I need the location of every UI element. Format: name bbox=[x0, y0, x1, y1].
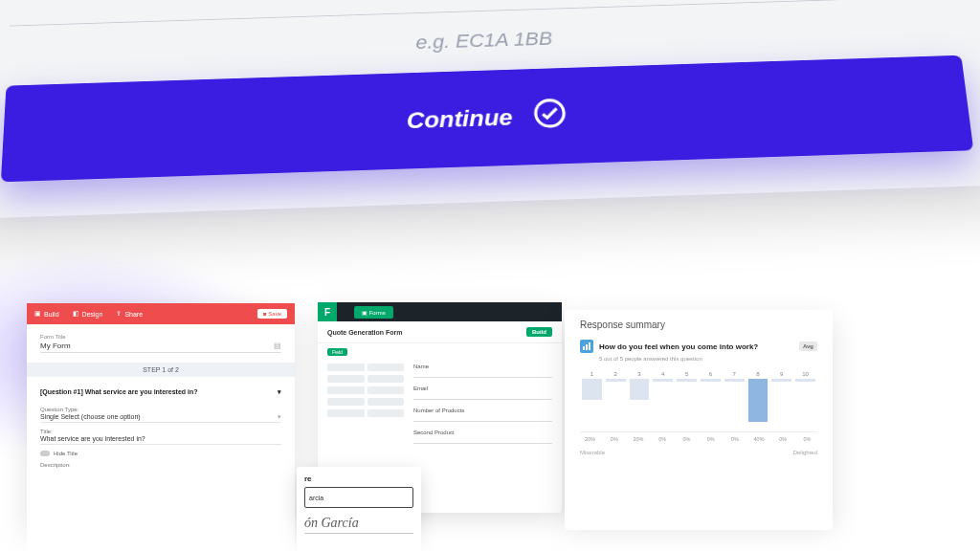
description-label: Description: bbox=[40, 462, 281, 468]
signature-label: re bbox=[304, 474, 413, 483]
tab-design[interactable]: ◧ Design bbox=[73, 310, 103, 318]
qtype-label: Question Type: bbox=[40, 407, 281, 412]
palette-item[interactable] bbox=[327, 409, 365, 417]
palette-item[interactable] bbox=[368, 375, 405, 383]
product-count-input[interactable] bbox=[413, 414, 552, 422]
postcode-form-card: What is your post code? * e.g. EC1A 1BB … bbox=[0, 0, 980, 219]
palette-item[interactable] bbox=[368, 364, 405, 371]
edit-icon[interactable]: ▤ bbox=[274, 342, 281, 350]
avg-badge: Avg bbox=[799, 342, 817, 351]
bar-col: 7 bbox=[724, 371, 745, 431]
build-button[interactable]: Build bbox=[526, 327, 552, 337]
svg-rect-1 bbox=[583, 346, 585, 350]
toggle-icon bbox=[40, 451, 50, 456]
title-label: Title: bbox=[40, 429, 281, 434]
save-button[interactable]: ■ Save bbox=[257, 309, 287, 319]
builder-topbar: ▣ Build ◧ Design ⇪ Share ■ Save bbox=[27, 303, 295, 324]
palette-item[interactable] bbox=[368, 409, 405, 417]
palette-item[interactable] bbox=[327, 386, 365, 394]
email-input[interactable] bbox=[413, 392, 552, 400]
bar-col: 10 bbox=[795, 371, 815, 431]
palette-item[interactable] bbox=[368, 386, 405, 394]
bar-col: 1 bbox=[582, 371, 602, 431]
palette-item[interactable] bbox=[327, 375, 365, 383]
bar-col: 3 bbox=[630, 371, 650, 431]
bar-col: 9 bbox=[771, 371, 791, 431]
bar-pct-row: 20%0%20%0%0%0%0%40%0%0% bbox=[580, 436, 817, 442]
bar-col: 5 bbox=[677, 371, 697, 431]
form-title-input[interactable]: My Form▤ bbox=[40, 342, 281, 353]
field-palette bbox=[327, 364, 404, 444]
title-input[interactable]: What service are you interested in? bbox=[40, 435, 281, 445]
response-count: 5 out of 5 people answered this question bbox=[599, 356, 817, 362]
chart-question: How do you feel when you come into work? bbox=[599, 342, 758, 351]
svg-rect-2 bbox=[586, 344, 588, 350]
palette-item[interactable] bbox=[327, 364, 365, 371]
forms-nav-button[interactable]: ▣ Forms bbox=[354, 306, 393, 319]
field-badge: Field bbox=[327, 348, 347, 356]
tab-share[interactable]: ⇪ Share bbox=[116, 310, 143, 318]
scale-high-label: Delighted bbox=[793, 450, 817, 455]
step-indicator: STEP 1 of 2 bbox=[27, 363, 295, 377]
svg-rect-3 bbox=[589, 342, 590, 350]
palette-item[interactable] bbox=[368, 398, 405, 406]
app-topbar: F ▣ Forms bbox=[318, 302, 562, 321]
form-builder-card: ▣ Build ◧ Design ⇪ Share ■ Save Form Tit… bbox=[27, 303, 295, 551]
signature-card: re arcia ón García bbox=[297, 467, 421, 551]
field-label: Number of Products bbox=[413, 408, 552, 413]
scale-low-label: Miserable bbox=[580, 450, 605, 455]
signature-name-input[interactable]: arcia bbox=[304, 487, 413, 508]
bar-col: 6 bbox=[701, 371, 721, 431]
form-name: Quote Generation Form bbox=[327, 329, 403, 336]
signature-canvas[interactable]: ón García bbox=[304, 516, 413, 534]
second-product-input[interactable] bbox=[413, 436, 552, 444]
bar-col: 2 bbox=[606, 371, 626, 431]
response-summary-card: Response summary How do you feel when yo… bbox=[565, 310, 833, 530]
bar-col: 4 bbox=[653, 371, 673, 431]
chevron-down-icon: ▾ bbox=[278, 388, 281, 396]
check-circle-icon bbox=[532, 97, 568, 135]
continue-label: Continue bbox=[406, 103, 513, 134]
field-label: Email bbox=[413, 386, 552, 391]
tab-build[interactable]: ▣ Build bbox=[34, 310, 59, 318]
bar-chart: 12345678910 bbox=[580, 371, 817, 432]
qtype-select[interactable]: Single Select (choose one option) ▾ bbox=[40, 413, 281, 423]
form-title-label: Form Title bbox=[40, 334, 281, 340]
palette-item[interactable] bbox=[327, 398, 365, 406]
field-label: Name bbox=[413, 364, 552, 369]
app-logo[interactable]: F bbox=[318, 302, 337, 321]
bar-col: 8 bbox=[748, 371, 768, 431]
question-editor-header[interactable]: [Question #1] What service are you inter… bbox=[40, 385, 281, 401]
hide-title-toggle[interactable]: Hide Title bbox=[40, 451, 281, 456]
summary-title: Response summary bbox=[580, 320, 817, 330]
chart-icon bbox=[580, 340, 593, 353]
name-input[interactable] bbox=[413, 370, 552, 378]
field-label: Second Product bbox=[413, 430, 552, 435]
